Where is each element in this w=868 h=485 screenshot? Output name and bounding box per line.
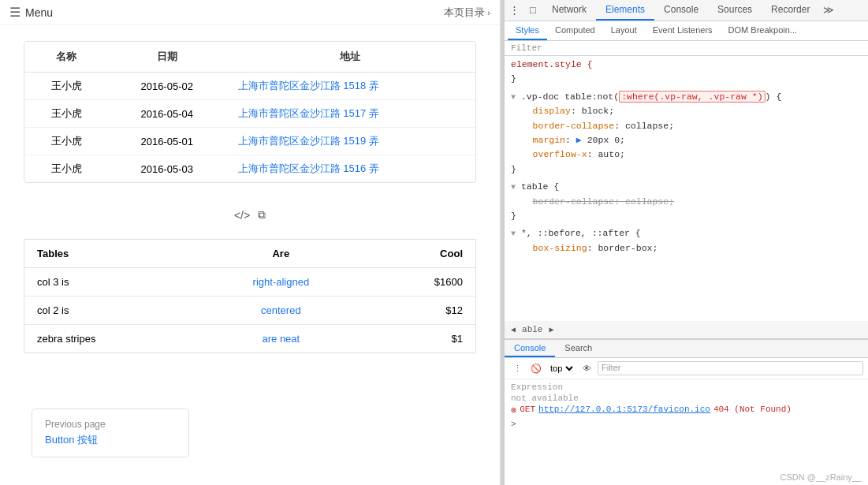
table-block: ▼ table { border-collapse: collapse; }: [505, 178, 868, 225]
table-row: col 3 isright-aligned$1600: [24, 268, 475, 297]
copy-icon[interactable]: ⧉: [258, 208, 266, 222]
val-border-collapse: collapse;: [625, 121, 674, 131]
console-clear-icon[interactable]: 🚫: [528, 360, 544, 376]
subtab-event-listeners[interactable]: Event Listeners: [645, 21, 721, 40]
styles-area: element.style { } ▼ .vp-doc table:not(:w…: [505, 56, 868, 321]
vp-doc-block: ▼ .vp-doc table:not(:where(.vp-raw, .vp-…: [505, 88, 868, 178]
table-row: zebra stripesare neat$1: [24, 325, 475, 353]
console-context-select[interactable]: top: [547, 363, 576, 374]
devtools-settings-icon[interactable]: ⋮: [505, 1, 523, 20]
table-cell: col 2 is: [24, 297, 197, 325]
console-content: Expression not available ⊗ GET http://12…: [505, 379, 868, 485]
table-cell: centered: [197, 297, 365, 325]
subtab-styles[interactable]: Styles: [508, 21, 547, 40]
table-row: 王小虎2016-05-02上海市普陀区金沙江路 1518 弄: [24, 73, 475, 100]
nav-able-label[interactable]: able: [520, 325, 544, 334]
table-cell[interactable]: 上海市普陀区金沙江路 1516 弄: [225, 155, 475, 183]
collapse-triangle[interactable]: ▼: [511, 93, 516, 102]
prop-border-collapse-strike: border-collapse: collapse;: [533, 196, 674, 207]
element-style-selector: element.style {: [511, 59, 593, 69]
console-filter-input[interactable]: Filter: [598, 361, 863, 375]
table-cell[interactable]: 上海市普陀区金沙江路 1519 弄: [225, 128, 475, 155]
col-header-name: 名称: [24, 42, 109, 73]
table-cell: 2016-05-04: [109, 100, 225, 128]
subtab-layout[interactable]: Layout: [603, 21, 645, 40]
subtab-dom-breakpoints[interactable]: DOM Breakpoin...: [721, 21, 805, 40]
menu-label[interactable]: Menu: [25, 6, 53, 19]
table-cell: zebra stripes: [24, 325, 197, 353]
top-bar: ☰ Menu 本页目录 ›: [0, 0, 500, 25]
t2-col-cool: Cool: [365, 240, 475, 268]
tab-console[interactable]: Console: [654, 0, 708, 21]
table-row: 王小虎2016-05-04上海市普陀区金沙江路 1517 弄: [24, 100, 475, 128]
prev-page-link[interactable]: Button 按钮: [45, 434, 98, 446]
toc-label: 本页目录: [444, 6, 485, 20]
val-box-sizing: border-box;: [598, 243, 658, 253]
console-settings-icon[interactable]: ⋮: [509, 360, 525, 376]
vp-doc-close: }: [511, 164, 516, 174]
selector-post: ) {: [766, 91, 782, 102]
code-row: </> ⧉: [0, 199, 500, 231]
universal-block: ▼ *, ::before, ::after { box-sizing: bor…: [505, 225, 868, 257]
subtab-computed[interactable]: Computed: [547, 21, 603, 40]
universal-collapse[interactable]: ▼: [511, 229, 516, 238]
val-display: block;: [582, 106, 614, 116]
top-bar-left: ☰ Menu: [9, 5, 53, 20]
table-cell[interactable]: 上海市普陀区金沙江路 1517 弄: [225, 100, 475, 128]
devtools-inspect-icon[interactable]: □: [523, 1, 542, 20]
prev-page-card: Previous page Button 按钮: [32, 409, 189, 457]
toc-link[interactable]: 本页目录 ›: [444, 6, 490, 20]
table-cell: 2016-05-02: [109, 73, 225, 100]
console-prompt[interactable]: >: [511, 418, 862, 431]
table-row: 王小虎2016-05-03上海市普陀区金沙江路 1516 弄: [24, 155, 475, 183]
tab-sources[interactable]: Sources: [708, 0, 762, 21]
table-row: 王小虎2016-05-01上海市普陀区金沙江路 1519 弄: [24, 128, 475, 155]
table-cell: $1600: [365, 268, 475, 297]
table-row: col 2 iscentered$12: [24, 297, 475, 325]
tab-network[interactable]: Network: [542, 0, 596, 21]
search-tab[interactable]: Search: [555, 340, 602, 357]
prop-border-collapse: border-collapse: [533, 121, 615, 131]
selector-pre: .vp-doc table:not(: [521, 91, 619, 102]
table-collapse[interactable]: ▼: [511, 183, 516, 192]
console-tabs: Console Search: [505, 340, 868, 358]
prop-overflow: overflow-x: [533, 149, 587, 159]
devtools-panel: ⋮ □ Network Elements Console Sources Rec…: [505, 0, 868, 485]
nav-left-arrow[interactable]: ◀: [508, 323, 519, 336]
expression-value: not available: [511, 394, 862, 403]
console-eye-icon[interactable]: 👁: [579, 360, 594, 376]
table-cell[interactable]: 上海市普陀区金沙江路 1518 弄: [225, 73, 475, 100]
triangle-margin[interactable]: ▶: [576, 135, 582, 145]
data-table-2: Tables Are Cool col 3 isright-aligned$16…: [24, 240, 475, 353]
prev-page-section: Previous page Button 按钮: [0, 361, 500, 473]
code-icon[interactable]: </>: [234, 209, 250, 222]
prop-box-sizing: box-sizing: [533, 243, 587, 253]
devtools-more-icon[interactable]: ≫: [819, 1, 838, 20]
error-icon: ⊗: [511, 405, 516, 416]
table-cell: 2016-05-03: [109, 155, 225, 183]
chevron-icon: ›: [487, 8, 490, 17]
tab-recorder[interactable]: Recorder: [762, 0, 819, 21]
table-cell: 王小虎: [24, 100, 109, 128]
data-table-1: 名称 日期 地址 王小虎2016-05-02上海市普陀区金沙江路 1518 弄王…: [24, 42, 475, 182]
table-cell: $12: [365, 297, 475, 325]
console-area: Console Search ⋮ 🚫 top 👁 Filter Expressi…: [505, 339, 868, 485]
col-header-date: 日期: [109, 42, 225, 73]
styles-filter[interactable]: Filter: [505, 41, 868, 56]
table-cell: $1: [365, 325, 475, 353]
data-table-1-wrap: 名称 日期 地址 王小虎2016-05-02上海市普陀区金沙江路 1518 弄王…: [24, 41, 476, 183]
error-link[interactable]: http://127.0.0.1:5173/favicon.ico: [538, 405, 710, 414]
tab-elements[interactable]: Elements: [596, 0, 654, 21]
table-cell: 王小虎: [24, 155, 109, 183]
val-margin: 20px 0;: [582, 135, 625, 145]
console-tab[interactable]: Console: [505, 340, 555, 357]
nav-right-arrow[interactable]: ▶: [546, 323, 557, 336]
devtools-subtabs: Styles Computed Layout Event Listeners D…: [505, 21, 868, 41]
watermark: CSDN @__zRainy__: [780, 472, 862, 482]
table-cell: col 3 is: [24, 268, 197, 297]
devtools-panel-split: Styles Computed Layout Event Listeners D…: [505, 21, 868, 485]
selector-highlight: :where(.vp-raw, .vp-raw *): [619, 91, 765, 103]
data-table-2-wrap: Tables Are Cool col 3 isright-aligned$16…: [24, 239, 476, 353]
table-cell: right-aligned: [197, 268, 365, 297]
table-selector: table {: [521, 181, 559, 192]
